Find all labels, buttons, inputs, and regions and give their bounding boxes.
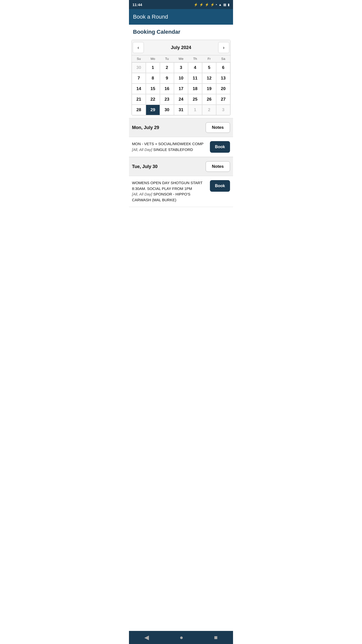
- calendar-day[interactable]: 17: [174, 84, 188, 94]
- prev-month-button[interactable]: ‹: [133, 42, 144, 53]
- event-card-0-0: MON - VETS + SOCIAL/MIDWEEK COMP[All, Al…: [129, 137, 233, 157]
- calendar-day[interactable]: 20: [216, 84, 230, 94]
- event-tag: [All, All Day]: [132, 192, 153, 196]
- date-label-0: Mon, July 29: [132, 125, 159, 130]
- dow-cell: We: [174, 55, 188, 62]
- notification-icon-4: ⚡: [210, 3, 214, 7]
- notification-icon-2: ⚡: [199, 3, 203, 7]
- calendar-day[interactable]: 27: [216, 94, 230, 105]
- calendar-day[interactable]: 2: [160, 62, 174, 73]
- book-button-0-0[interactable]: Book: [210, 141, 230, 153]
- calendar-day[interactable]: 22: [146, 94, 160, 105]
- date-header-row-0: Mon, July 29Notes: [129, 118, 233, 137]
- notification-icon: ⚡: [194, 3, 198, 7]
- calendar-day[interactable]: 8: [146, 73, 160, 84]
- calendar-day[interactable]: 19: [202, 84, 216, 94]
- event-subtitle: SINGLE STABLEFORD: [153, 147, 193, 152]
- dow-cell: Fr: [202, 55, 216, 62]
- calendar-day[interactable]: 29: [146, 105, 160, 115]
- calendar-grid: 3012345678910111213141516171819202122232…: [132, 62, 230, 115]
- status-time: 11:44: [132, 3, 142, 7]
- status-icons: ⚡ ⚡ ⚡ ⚡ • ▲ ▩ ▮: [194, 3, 230, 7]
- event-title: MON - VETS + SOCIAL/MIDWEEK COMP: [132, 142, 204, 146]
- calendar-day[interactable]: 12: [202, 73, 216, 84]
- calendar-day[interactable]: 13: [216, 73, 230, 84]
- calendar-day[interactable]: 6: [216, 62, 230, 73]
- calendar-day[interactable]: 30: [132, 62, 146, 73]
- event-tag: [All, All Day]: [132, 147, 153, 152]
- dow-cell: Tu: [160, 55, 174, 62]
- calendar-day[interactable]: 1: [188, 105, 202, 115]
- calendar-day[interactable]: 15: [146, 84, 160, 94]
- dow-cell: Mo: [146, 55, 160, 62]
- calendar: ‹ July 2024 › SuMoTuWeThFrSa 30123456789…: [131, 40, 231, 115]
- calendar-day[interactable]: 28: [132, 105, 146, 115]
- event-title: WOMENS OPEN DAY SHOTGUN START 8:30AM. SO…: [132, 181, 202, 191]
- calendar-day[interactable]: 4: [188, 62, 202, 73]
- event-text-1-0: WOMENS OPEN DAY SHOTGUN START 8:30AM. SO…: [132, 180, 207, 203]
- calendar-day[interactable]: 16: [160, 84, 174, 94]
- app-header: Book a Round: [129, 9, 233, 25]
- calendar-day[interactable]: 3: [216, 105, 230, 115]
- date-header-row-1: Tue, July 30Notes: [129, 157, 233, 176]
- calendar-day[interactable]: 23: [160, 94, 174, 105]
- calendar-day[interactable]: 25: [188, 94, 202, 105]
- calendar-day[interactable]: 21: [132, 94, 146, 105]
- notes-button-0[interactable]: Notes: [206, 122, 230, 133]
- calendar-day[interactable]: 9: [160, 73, 174, 84]
- event-text-0-0: MON - VETS + SOCIAL/MIDWEEK COMP[All, Al…: [132, 141, 207, 152]
- calendar-day[interactable]: 24: [174, 94, 188, 105]
- event-card-1-0: WOMENS OPEN DAY SHOTGUN START 8:30AM. SO…: [129, 176, 233, 207]
- calendar-day[interactable]: 7: [132, 73, 146, 84]
- calendar-header: ‹ July 2024 ›: [132, 40, 230, 55]
- signal-icon: ▩: [223, 3, 226, 7]
- calendar-day[interactable]: 11: [188, 73, 202, 84]
- calendar-day[interactable]: 30: [160, 105, 174, 115]
- calendar-day[interactable]: 5: [202, 62, 216, 73]
- page-title: Booking Calendar: [129, 25, 233, 37]
- dow-cell: Sa: [216, 55, 230, 62]
- events-section: Mon, July 29NotesMON - VETS + SOCIAL/MID…: [129, 118, 233, 207]
- notes-button-1[interactable]: Notes: [206, 161, 230, 172]
- status-bar: 11:44 ⚡ ⚡ ⚡ ⚡ • ▲ ▩ ▮: [129, 0, 233, 9]
- month-label: July 2024: [171, 45, 191, 50]
- calendar-day[interactable]: 10: [174, 73, 188, 84]
- calendar-day[interactable]: 2: [202, 105, 216, 115]
- calendar-day[interactable]: 26: [202, 94, 216, 105]
- wifi-icon: ▲: [218, 3, 222, 7]
- app-title: Book a Round: [133, 14, 229, 20]
- dot-icon: •: [216, 3, 217, 7]
- calendar-day[interactable]: 31: [174, 105, 188, 115]
- days-of-week-row: SuMoTuWeThFrSa: [132, 55, 230, 62]
- calendar-day[interactable]: 18: [188, 84, 202, 94]
- date-label-1: Tue, July 30: [132, 164, 158, 169]
- calendar-day[interactable]: 1: [146, 62, 160, 73]
- calendar-day[interactable]: 14: [132, 84, 146, 94]
- book-button-1-0[interactable]: Book: [210, 180, 230, 192]
- notification-icon-3: ⚡: [205, 3, 209, 7]
- calendar-day[interactable]: 3: [174, 62, 188, 73]
- battery-icon: ▮: [228, 3, 230, 7]
- dow-cell: Th: [188, 55, 202, 62]
- next-month-button[interactable]: ›: [218, 42, 229, 53]
- dow-cell: Su: [132, 55, 146, 62]
